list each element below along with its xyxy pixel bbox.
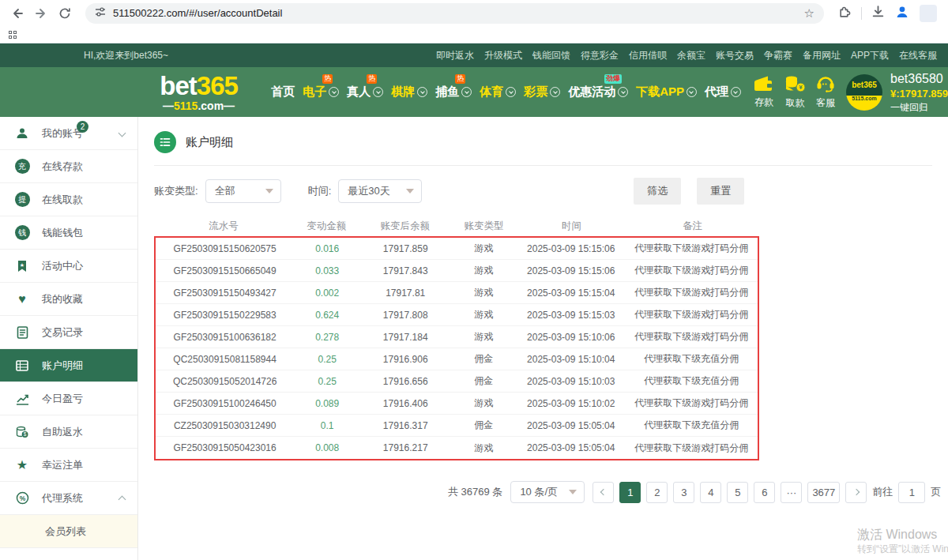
site-logo[interactable]: bet365 —5115.com— xyxy=(158,73,239,111)
page-button-last[interactable]: 3677 xyxy=(807,482,840,503)
link-online-service[interactable]: 在线客服 xyxy=(899,49,937,62)
profile-avatar-icon[interactable] xyxy=(894,4,910,23)
sidebar-item-agent-system[interactable]: % 代理系统 xyxy=(0,482,137,515)
link-upgrade-mode[interactable]: 升级模式 xyxy=(484,49,522,62)
table-row: GF250309150504230160.00817916.217游戏2025-… xyxy=(156,437,758,459)
nav-item-fishing[interactable]: 热捕鱼 xyxy=(435,85,472,100)
caret-down-icon xyxy=(406,189,414,194)
link-instant-rebate[interactable]: 即时返水 xyxy=(436,49,474,62)
link-tournament[interactable]: 争霸赛 xyxy=(764,49,792,62)
top-utility-bar: HI,欢迎来到bet365~ 即时返水 升级模式 钱能回馈 得意彩金 信用借呗 … xyxy=(0,43,948,67)
nav-item-lottery[interactable]: 彩票 xyxy=(524,85,560,100)
headset-icon xyxy=(816,75,835,95)
menu-icon[interactable] xyxy=(920,5,937,22)
site-settings-icon[interactable] xyxy=(95,6,106,20)
chevron-down-icon xyxy=(506,87,516,97)
withdraw-button[interactable]: ¥ 取款 xyxy=(784,75,806,110)
award-ribbon-icon: ★ xyxy=(14,260,30,272)
link-bonus[interactable]: 得意彩金 xyxy=(581,49,619,62)
reset-button[interactable]: 重置 xyxy=(697,178,744,205)
sidebar-item-activity-center[interactable]: ★ 活动中心 xyxy=(0,250,137,283)
chevron-up-icon xyxy=(118,496,126,504)
sidebar-item-online-deposit[interactable]: 充 在线存款 xyxy=(0,150,137,183)
nav-item-agent[interactable]: 代理 xyxy=(705,85,741,100)
sidebar-item-transaction-records[interactable]: 交易记录 xyxy=(0,316,137,349)
prev-page-button[interactable] xyxy=(592,482,614,503)
forward-icon[interactable] xyxy=(32,4,51,23)
sidebar-item-member-list[interactable]: 会员列表 xyxy=(0,515,137,548)
sidebar-item-online-withdraw[interactable]: 提 在线取款 xyxy=(0,183,137,216)
svg-text:%: % xyxy=(19,494,25,502)
customer-service-button[interactable]: 客服 xyxy=(816,75,835,110)
link-qianneng-rebate[interactable]: 钱能回馈 xyxy=(532,49,570,62)
username: bet36580 xyxy=(890,70,948,88)
nav-item-chess[interactable]: 棋牌 xyxy=(391,85,427,100)
type-filter-label: 账变类型: xyxy=(154,184,198,198)
nav-item-slots[interactable]: 热电子 xyxy=(303,85,339,100)
filter-button[interactable]: 筛选 xyxy=(634,178,681,205)
sidebar-item-self-rebate[interactable]: $ 自助返水 xyxy=(0,415,137,449)
chevron-down-icon xyxy=(417,87,427,97)
link-account-trade[interactable]: 账号交易 xyxy=(716,49,754,62)
page-size-select[interactable]: 10 条/页 xyxy=(510,481,585,503)
sidebar-item-favorites[interactable]: ♥ 我的收藏 xyxy=(0,283,137,316)
person-icon xyxy=(14,127,30,140)
link-backup-url[interactable]: 备用网址 xyxy=(803,49,841,62)
deposit-button[interactable]: 存款 xyxy=(754,75,774,110)
page-title: 账户明细 xyxy=(186,135,233,150)
back-icon[interactable] xyxy=(8,4,27,23)
link-credit-loan[interactable]: 信用借呗 xyxy=(629,49,667,62)
apps-grid-icon[interactable] xyxy=(9,31,17,39)
downloads-icon[interactable] xyxy=(871,5,885,21)
sidebar-item-lucky-bets[interactable]: ★ 幸运注单 xyxy=(0,449,137,482)
annotation-rectangle: GF250309151506205750.01617917.859游戏2025-… xyxy=(154,236,759,460)
svg-text:¥: ¥ xyxy=(799,84,803,91)
bookmark-star-icon[interactable]: ☆ xyxy=(804,6,814,21)
reload-icon[interactable] xyxy=(55,4,74,23)
page-button-5[interactable]: 5 xyxy=(727,482,748,503)
nav-item-live[interactable]: 热真人 xyxy=(347,85,383,100)
new-badge: 劲爆 xyxy=(604,74,622,84)
page-button-6[interactable]: 6 xyxy=(754,482,775,503)
one-click-recycle-button[interactable]: 一键回归 xyxy=(890,101,948,114)
link-app-download[interactable]: APP下载 xyxy=(851,49,889,62)
page-title-row: 账户明细 xyxy=(154,131,932,166)
sidebar-item-today-pnl[interactable]: 今日盈亏 xyxy=(0,382,137,415)
page-button-1[interactable]: 1 xyxy=(619,482,641,503)
table-row: CZ250309150303124900.117916.317佣金2025-03… xyxy=(156,415,758,437)
coin-logo-badge[interactable]: bet365 5115.com xyxy=(846,74,882,111)
browser-chrome: 511500222.com/#/user/accountDetail ☆ xyxy=(0,0,948,43)
pagination: 共 36769 条 10 条/页 1 2 3 4 5 6 ··· 3677 前往… xyxy=(448,481,948,503)
type-select[interactable]: 全部 xyxy=(205,179,281,203)
header-actions: 存款 ¥ 取款 客服 xyxy=(754,75,835,110)
hot-badge: 热 xyxy=(455,74,465,84)
table-row: QC250309150811589440.2517916.906佣金2025-0… xyxy=(156,348,758,370)
page-button-3[interactable]: 3 xyxy=(673,482,694,503)
chevron-down-icon xyxy=(687,87,697,97)
link-yuebao[interactable]: 余额宝 xyxy=(677,49,705,62)
hot-badge: 热 xyxy=(367,74,377,84)
nav-item-home[interactable]: 首页 xyxy=(271,85,295,100)
page-button-4[interactable]: 4 xyxy=(700,482,721,503)
chevron-down-icon xyxy=(118,130,126,137)
page-ellipsis[interactable]: ··· xyxy=(781,482,802,503)
account-info: bet36580 ¥:17917.859 一键回归 xyxy=(890,70,948,114)
time-select[interactable]: 最近30天 xyxy=(338,179,422,203)
nav-item-promotions[interactable]: 劲爆优惠活动 xyxy=(568,85,628,100)
goto-page-input[interactable] xyxy=(898,482,925,503)
url-text: 511500222.com/#/user/accountDetail xyxy=(113,7,282,19)
sidebar-item-my-account[interactable]: 我的账号 2 xyxy=(0,117,137,150)
logo-365: 365 xyxy=(197,71,238,100)
table-icon xyxy=(14,359,30,372)
sidebar-item-account-detail[interactable]: 账户明细 xyxy=(0,349,137,382)
wallet-circle-icon: 钱 xyxy=(14,225,30,240)
nav-item-download-app[interactable]: 下载APP xyxy=(636,85,697,100)
extensions-icon[interactable] xyxy=(838,5,852,21)
next-page-button[interactable] xyxy=(845,482,867,503)
address-bar[interactable]: 511500222.com/#/user/accountDetail ☆ xyxy=(85,3,824,24)
divider xyxy=(861,7,862,20)
sidebar-item-qianneng-wallet[interactable]: 钱 钱能钱包 xyxy=(0,216,137,250)
page-button-2[interactable]: 2 xyxy=(646,482,668,503)
account-detail-table: 流水号 变动金额 账变后余额 账变类型 时间 备注 GF250309151506… xyxy=(154,216,759,460)
nav-item-sports[interactable]: 体育 xyxy=(480,85,516,100)
